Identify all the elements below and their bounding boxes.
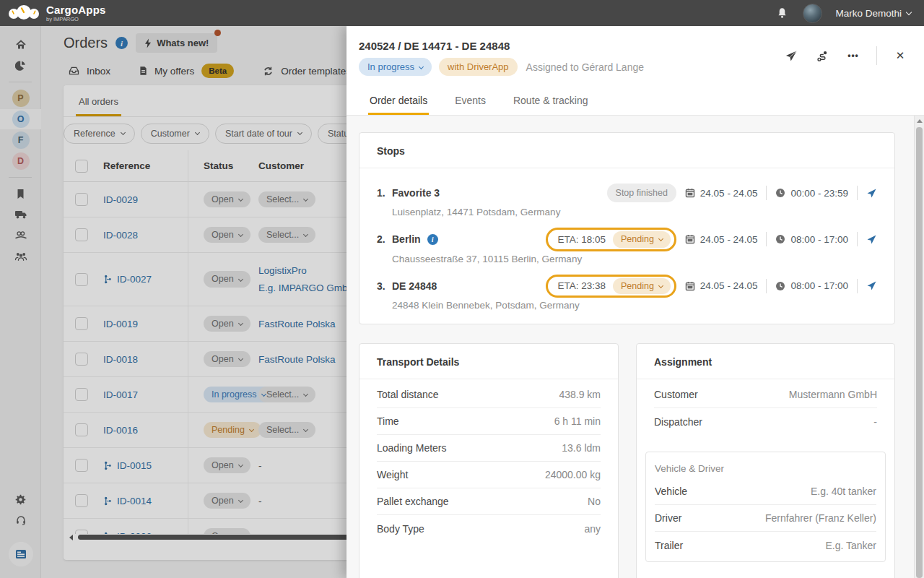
stop-status-chip: Stop finished — [607, 184, 676, 202]
detail-label: Dispatcher — [654, 416, 702, 428]
stop-name: DE 24848 — [392, 280, 437, 292]
detail-row: Pallet exchangeNo — [377, 488, 601, 515]
notifications-bell-icon[interactable] — [774, 5, 790, 21]
screen: CargoApps by IMPARGO Marko Demothi — [0, 0, 924, 578]
clock-icon — [775, 188, 785, 198]
vertical-scrollbar[interactable] — [914, 116, 924, 578]
detail-row: CustomerMustermann GmbH — [654, 381, 877, 408]
detail-value: 24000.00 kg — [545, 469, 601, 480]
tab-order-details[interactable]: Order details — [368, 87, 429, 115]
detail-row: TrailerE.g. Tanker — [655, 532, 876, 558]
send-button[interactable] — [783, 48, 799, 64]
transport-rows: Total distance438.9 kmTime6 h 11 minLoad… — [359, 379, 618, 548]
ellipsis-icon: ••• — [847, 51, 859, 61]
detail-value: Fernfahrer (Franz Keller) — [765, 512, 876, 524]
detail-value: 438.9 km — [559, 389, 601, 400]
navigate-arrow-icon[interactable] — [866, 280, 877, 291]
user-avatar[interactable] — [803, 4, 822, 23]
tab-route-tracking[interactable]: Route & tracking — [512, 87, 590, 115]
stops-card: Stops 1.Favorite 3Stop finished24.05 - 2… — [359, 132, 895, 324]
detail-row: Loading Meters13.6 ldm — [377, 435, 601, 462]
eta-label: ETA: 23:38 — [557, 280, 606, 291]
route-button[interactable] — [814, 48, 830, 64]
topbar: CargoApps by IMPARGO Marko Demothi — [0, 0, 924, 26]
detail-row: Body Typeany — [377, 515, 601, 542]
close-drawer-button[interactable]: ✕ — [892, 48, 908, 64]
navigate-arrow-icon[interactable] — [866, 234, 877, 245]
divider — [766, 186, 767, 200]
detail-label: Loading Meters — [377, 442, 447, 454]
detail-label: Total distance — [377, 389, 439, 400]
detail-label: Time — [377, 415, 399, 427]
detail-label: Pallet exchange — [377, 496, 449, 507]
divider — [766, 279, 767, 293]
stop-item: 3.DE 24848ETA: 23:38Pending24.05 - 24.05… — [377, 269, 877, 316]
drawer-body: Stops 1.Favorite 3Stop finished24.05 - 2… — [346, 116, 914, 578]
more-options-button[interactable]: ••• — [845, 48, 861, 64]
stops-card-title: Stops — [359, 133, 894, 168]
vertical-scrollbar-thumb[interactable] — [916, 127, 923, 578]
stops-list: 1.Favorite 3Stop finished24.05 - 24.0500… — [359, 168, 894, 324]
scroll-up-arrow-icon[interactable] — [917, 119, 923, 123]
assignment-card: Assignment CustomerMustermann GmbHDispat… — [636, 343, 895, 578]
app-logo[interactable]: CargoApps by IMPARGO — [0, 4, 106, 22]
paper-plane-icon — [785, 50, 798, 62]
stop-date: 24.05 - 24.05 — [685, 188, 758, 199]
calendar-icon — [685, 188, 695, 198]
divider — [857, 279, 858, 293]
vehicle-driver-rows: VehicleE.g. 40t tankerDriverFernfahrer (… — [646, 478, 885, 561]
stop-time: 00:00 - 23:59 — [775, 188, 848, 199]
eta-highlight: ETA: 23:38Pending — [546, 275, 676, 298]
detail-value: Mustermann GmbH — [789, 389, 877, 400]
status-chip[interactable]: Pending — [613, 231, 671, 248]
assigned-to-text: Assigned to Gérard Lange — [526, 61, 644, 73]
detail-row: Dispatcher- — [654, 408, 877, 435]
tab-events[interactable]: Events — [453, 87, 487, 115]
modal-overlay[interactable] — [0, 26, 346, 578]
divider — [857, 232, 858, 246]
detail-row: Time6 h 11 min — [377, 408, 601, 435]
app-subtitle: by IMPARGO — [46, 17, 106, 22]
chevron-down-icon — [658, 236, 663, 241]
detail-label: Driver — [655, 512, 681, 524]
detail-value: 13.6 ldm — [562, 442, 601, 454]
calendar-icon — [685, 281, 695, 291]
toolbar-divider — [876, 46, 877, 65]
detail-value: any — [584, 523, 601, 535]
info-icon[interactable] — [427, 234, 438, 245]
eta-highlight: ETA: 18:05Pending — [546, 228, 676, 251]
close-icon: ✕ — [896, 49, 905, 62]
driverapp-chip: with DriverApp — [439, 58, 518, 76]
assignment-card-title: Assignment — [637, 344, 894, 379]
stop-number: 1. — [377, 187, 392, 199]
detail-value: E.g. Tanker — [825, 540, 876, 551]
stop-time: 08:00 - 17:00 — [775, 234, 848, 245]
clock-icon — [775, 281, 785, 291]
status-chip[interactable]: Pending — [613, 278, 671, 295]
order-status-chip[interactable]: In progress — [359, 58, 432, 76]
detail-value: - — [873, 416, 877, 428]
detail-value: E.g. 40t tanker — [811, 486, 876, 497]
order-detail-drawer: 240524 / DE 14471 - DE 24848 In progress… — [346, 26, 924, 578]
detail-value: No — [588, 496, 601, 507]
vehicle-driver-card: Vehicle & Driver VehicleE.g. 40t tankerD… — [645, 452, 886, 562]
detail-row: Total distance438.9 km — [377, 381, 601, 408]
stop-item: 2.BerlinETA: 18:05Pending24.05 - 24.0508… — [377, 222, 877, 269]
route-icon — [816, 50, 829, 62]
stop-address: Chausseestraße 37, 10115 Berlin, Germany — [392, 251, 877, 269]
stop-address: Luisenplatz, 14471 Potsdam, Germany — [392, 204, 877, 222]
drawer-tabs: Order detailsEventsRoute & tracking — [346, 87, 924, 116]
order-status-label: In progress — [367, 62, 414, 72]
vehicle-driver-title: Vehicle & Driver — [646, 452, 885, 478]
transport-card-title: Transport Details — [359, 344, 618, 379]
divider — [857, 186, 858, 200]
detail-row: DriverFernfahrer (Franz Keller) — [655, 505, 876, 532]
chevron-down-icon — [419, 64, 424, 69]
navigate-arrow-icon[interactable] — [866, 188, 877, 199]
detail-label: Vehicle — [655, 486, 687, 497]
detail-label: Body Type — [377, 523, 424, 535]
stop-address: 24848 Klein Bennebek, Potsdam, Germany — [392, 298, 877, 315]
stop-item: 1.Favorite 3Stop finished24.05 - 24.0500… — [377, 176, 877, 222]
user-menu[interactable]: Marko Demothi — [835, 8, 911, 19]
cargoapps-logo-icon — [7, 4, 40, 22]
